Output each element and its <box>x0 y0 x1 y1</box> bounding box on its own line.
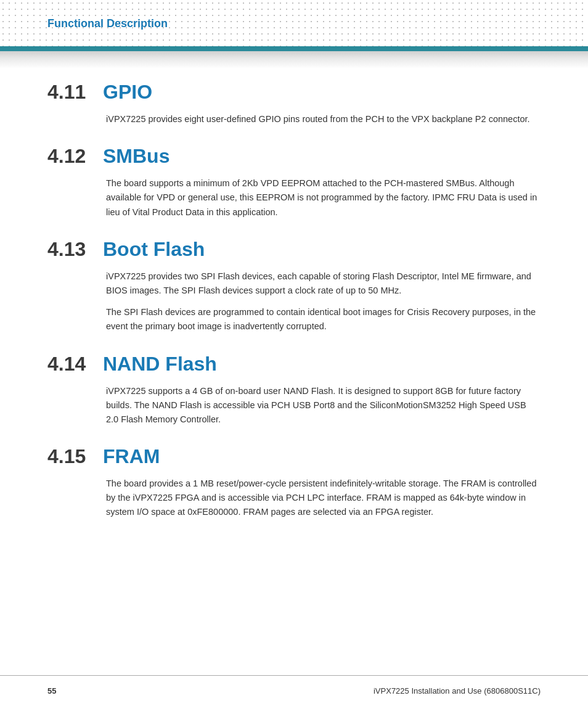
section-4-13-number: 4.13 <box>47 238 91 261</box>
section-4-15-number: 4.15 <box>47 445 91 468</box>
section-4-12-title: SMBus <box>103 145 169 168</box>
section-4-15-body: The board provides a 1 MB reset/power-cy… <box>106 477 541 520</box>
section-4-11-body: iVPX7225 provides eight user-defined GPI… <box>106 112 541 126</box>
section-4-11-number: 4.11 <box>47 81 91 104</box>
main-content: 4.11 GPIO iVPX7225 provides eight user-d… <box>0 75 588 575</box>
section-4-14-number: 4.14 <box>47 353 91 376</box>
section-4-14-title: NAND Flash <box>103 353 217 376</box>
header: Functional Description <box>0 0 588 46</box>
section-4-15-para-1: The board provides a 1 MB reset/power-cy… <box>106 477 541 520</box>
footer-document-title: iVPX7225 Installation and Use (6806800S1… <box>374 686 541 696</box>
section-4-11-header: 4.11 GPIO <box>47 81 541 104</box>
section-4-15: 4.15 FRAM The board provides a 1 MB rese… <box>47 445 541 520</box>
footer-page-number: 55 <box>47 686 56 696</box>
footer: 55 iVPX7225 Installation and Use (680680… <box>0 675 588 706</box>
section-4-13: 4.13 Boot Flash iVPX7225 provides two SP… <box>47 238 541 334</box>
section-4-11-para-1: iVPX7225 provides eight user-defined GPI… <box>106 112 541 126</box>
section-4-13-para-1: iVPX7225 provides two SPI Flash devices,… <box>106 269 541 298</box>
section-4-14-body: iVPX7225 supports a 4 GB of on-board use… <box>106 384 541 427</box>
section-4-14-para-1: iVPX7225 supports a 4 GB of on-board use… <box>106 384 541 427</box>
accent-bar <box>0 46 588 51</box>
section-4-13-body: iVPX7225 provides two SPI Flash devices,… <box>106 269 541 334</box>
section-4-13-para-2: The SPI Flash devices are programmed to … <box>106 305 541 334</box>
section-4-14-header: 4.14 NAND Flash <box>47 353 541 376</box>
gray-band <box>0 51 588 68</box>
header-title: Functional Description <box>47 17 168 30</box>
section-4-12-header: 4.12 SMBus <box>47 145 541 168</box>
section-4-12-number: 4.12 <box>47 145 91 168</box>
section-4-12-para-1: The board supports a minimum of 2Kb VPD … <box>106 176 541 220</box>
section-4-11: 4.11 GPIO iVPX7225 provides eight user-d… <box>47 81 541 126</box>
section-4-15-title: FRAM <box>103 445 160 468</box>
section-4-13-header: 4.13 Boot Flash <box>47 238 541 261</box>
section-4-14: 4.14 NAND Flash iVPX7225 supports a 4 GB… <box>47 353 541 427</box>
section-4-11-title: GPIO <box>103 81 152 104</box>
section-4-15-header: 4.15 FRAM <box>47 445 541 468</box>
section-4-12: 4.12 SMBus The board supports a minimum … <box>47 145 541 220</box>
section-4-12-body: The board supports a minimum of 2Kb VPD … <box>106 176 541 220</box>
section-4-13-title: Boot Flash <box>103 238 205 261</box>
